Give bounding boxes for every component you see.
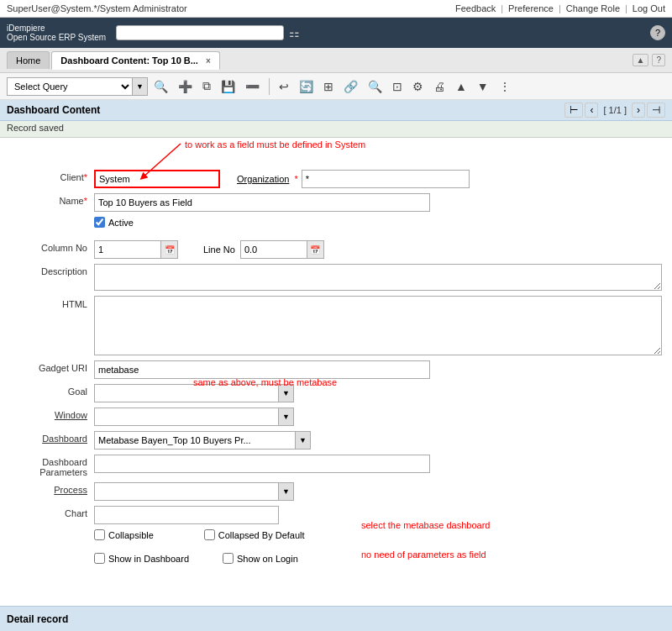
dashboard-params-label: Dashboard Parameters	[10, 455, 94, 477]
tab-bar: Home Dashboard Content: Top 10 B... × ▲ …	[0, 48, 672, 73]
org-input[interactable]	[302, 170, 470, 188]
search-btn[interactable]: 🔍	[150, 76, 172, 97]
gadget-uri-field-container	[94, 360, 662, 379]
show-dashboard-spacer	[10, 553, 94, 555]
process-select-container: ▼	[94, 482, 294, 501]
attach-btn[interactable]: 🔗	[339, 76, 362, 97]
tab-dashboard-content[interactable]: Dashboard Content: Top 10 B... ×	[51, 51, 219, 70]
collapsed-default-checkbox[interactable]	[204, 529, 215, 540]
active-checkbox-label[interactable]: Active	[94, 217, 134, 228]
help-icon-btn[interactable]: ?	[650, 25, 665, 40]
record-first-btn[interactable]: ⊢	[564, 103, 583, 118]
description-textarea[interactable]	[94, 264, 662, 291]
change-role-link[interactable]: Change Role	[566, 3, 620, 13]
select-query-arrow[interactable]: ▼	[133, 77, 148, 96]
line-no-input[interactable]	[240, 240, 307, 259]
dashboard-arrow-btn[interactable]: ▼	[296, 431, 311, 450]
html-label: HTML	[10, 296, 94, 309]
gadget-uri-input[interactable]	[94, 360, 430, 379]
arrow-down-btn[interactable]: ▼	[473, 76, 493, 97]
dashboard-params-input[interactable]	[94, 455, 430, 473]
dashboard-params-field-container	[94, 455, 662, 473]
log-out-link[interactable]: Log Out	[633, 3, 665, 13]
copy-btn[interactable]: ⧉	[198, 76, 215, 97]
show-login-checkbox-label[interactable]: Show on Login	[223, 553, 298, 564]
record-prev-btn[interactable]: ‹	[585, 103, 598, 118]
client-org-row: Client* Organization*	[10, 170, 662, 188]
active-checkbox[interactable]	[94, 217, 105, 228]
show-dashboard-checkbox[interactable]	[94, 553, 105, 564]
goal-arrow-btn[interactable]: ▼	[279, 384, 294, 402]
html-textarea[interactable]	[94, 296, 662, 355]
window-select[interactable]	[94, 408, 279, 426]
goal-select[interactable]	[94, 384, 279, 402]
select-query-dropdown[interactable]: Select Query	[7, 77, 133, 96]
show-dashboard-field-container: Show in Dashboard Show on Login	[94, 553, 662, 564]
process-select[interactable]	[94, 482, 279, 501]
app-logo: iDempiere Open Source ERP System	[7, 24, 106, 42]
user-info: SuperUser@System.*/System Administrator	[7, 3, 187, 13]
global-search[interactable]	[116, 25, 284, 40]
settings-btn[interactable]: ⚙	[408, 76, 428, 97]
goal-field-container: ▼	[94, 384, 662, 402]
record-last-btn[interactable]: ⊣	[647, 103, 665, 118]
translate-btn[interactable]: ⊡	[388, 76, 407, 97]
window-select-container: ▼	[94, 408, 294, 426]
window-arrow-btn[interactable]: ▼	[279, 408, 294, 426]
search-input[interactable]	[120, 28, 263, 38]
collapsible-checkbox-label[interactable]: Collapsible	[94, 529, 154, 540]
client-field-container: Organization*	[94, 170, 662, 188]
preference-link[interactable]: Preference	[508, 3, 554, 13]
arrow-up-btn[interactable]: ▲	[451, 76, 471, 97]
description-label: Description	[10, 264, 94, 276]
dashboard-field-container: Metabase Bayen_Top 10 Buyers Pr... ▼	[94, 431, 662, 450]
org-icon-btn[interactable]: ⚏	[289, 26, 300, 39]
toolbar-sep1	[269, 78, 270, 95]
record-next-btn[interactable]: ›	[632, 103, 645, 118]
process-arrow-btn[interactable]: ▼	[279, 482, 294, 501]
status-bar: Record saved	[0, 121, 672, 138]
top-header: SuperUser@System.*/System Administrator …	[0, 0, 672, 18]
toolbar: Select Query ▼ 🔍 ➕ ⧉ 💾 ➖ ↩ 🔄 ⊞ 🔗 🔍 ⊡ ⚙ 🖨…	[0, 73, 672, 100]
dashboard-select[interactable]: Metabase Bayen_Top 10 Buyers Pr...	[94, 431, 296, 450]
collapsible-row: Collapsible Collapsed By Default	[10, 529, 662, 548]
client-input[interactable]	[94, 170, 220, 188]
menu-btn[interactable]: ⋮	[495, 76, 515, 97]
col-no-calendar[interactable]: 📅	[161, 240, 178, 259]
html-row: HTML	[10, 296, 662, 355]
tab-bar-right: ▲ ?	[633, 54, 665, 66]
show-login-checkbox[interactable]	[223, 553, 234, 564]
tab-home[interactable]: Home	[7, 51, 50, 69]
collapsible-checkbox[interactable]	[94, 529, 105, 540]
show-dashboard-checkbox-label[interactable]: Show in Dashboard	[94, 553, 189, 564]
goal-select-container: ▼	[94, 384, 294, 402]
add-btn[interactable]: ➕	[174, 76, 197, 97]
tab-scroll-up[interactable]: ▲	[633, 54, 649, 66]
status-text: Record saved	[7, 123, 64, 133]
app-logo-text: iDempiere	[7, 24, 106, 33]
window-field-container: ▼	[94, 408, 662, 426]
col-no-label: Column No	[10, 240, 94, 253]
collapsed-default-checkbox-label[interactable]: Collapsed By Default	[204, 529, 305, 540]
name-input[interactable]	[94, 193, 430, 212]
print-btn[interactable]: 🖨	[429, 76, 449, 97]
chart-input[interactable]	[94, 506, 279, 524]
description-field-container	[94, 264, 662, 291]
undo-btn[interactable]: ↩	[275, 76, 293, 97]
dashboard-params-row: Dashboard Parameters	[10, 455, 662, 477]
line-no-calendar[interactable]: 📅	[307, 240, 324, 259]
chart-field-container	[94, 506, 662, 524]
tab-close-btn[interactable]: ×	[206, 56, 211, 66]
zoom-btn[interactable]: 🔍	[364, 76, 386, 97]
grid-btn[interactable]: ⊞	[319, 76, 338, 97]
section-title: Dashboard Content	[7, 104, 564, 116]
feedback-link[interactable]: Feedback	[455, 3, 496, 13]
process-row: Process ▼	[10, 482, 662, 501]
col-no-input[interactable]	[94, 240, 161, 259]
save-btn[interactable]: 💾	[217, 76, 239, 97]
refresh-btn[interactable]: 🔄	[295, 76, 318, 97]
gadget-uri-row: Gadget URI	[10, 360, 662, 379]
tab-help[interactable]: ?	[652, 54, 665, 66]
annotation-1: to work as a field must be defined in Sy…	[185, 139, 365, 150]
delete-btn[interactable]: ➖	[241, 76, 264, 97]
